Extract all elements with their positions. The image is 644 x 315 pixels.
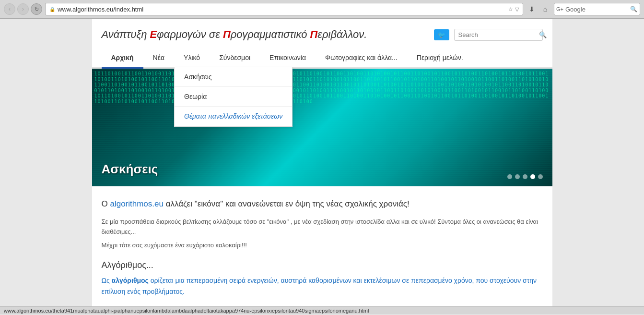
description-1: Σε μία προσπάθεια διαρκούς βελτίωσης αλλ… — [102, 217, 543, 237]
headline-link[interactable]: algorithmos.eu — [110, 199, 164, 208]
twitter-button[interactable]: 🐦 — [434, 29, 449, 40]
slider-dot-3[interactable] — [523, 174, 527, 179]
google-search-button[interactable]: 🔍 — [628, 6, 640, 12]
matrix-numbers: 1011010010110011010011010100101100110100… — [92, 69, 552, 186]
forward-button[interactable]: › — [17, 3, 29, 15]
browser-nav-buttons: ‹ › ↻ — [4, 3, 42, 15]
search-icon[interactable]: 🔍 — [539, 31, 547, 38]
site-search-box[interactable]: 🔍 — [454, 29, 543, 41]
download-button[interactable]: ⬇ — [526, 3, 538, 15]
google-search-bar[interactable]: G+ Google 🔍 — [554, 3, 640, 15]
google-search-input[interactable]: Google — [565, 6, 628, 13]
website-container: Ανάπτυξη Εφαρμογών σε Προγραμματιστικό Π… — [92, 19, 552, 306]
slider-dot-5[interactable] — [538, 174, 543, 179]
star-icon[interactable]: ☆ — [508, 6, 513, 12]
definition-text: ορίζεται μια πεπερασμένη σειρά ενεργειών… — [102, 277, 537, 295]
section-title: Αλγόριθμος... — [102, 260, 543, 270]
dropdown-item-theory[interactable]: Θεωρία — [175, 87, 292, 107]
refresh-button[interactable]: ↻ — [31, 3, 42, 15]
site-title: Ανάπτυξη Εφαρμογών σε Προγραμματιστικό Π… — [102, 28, 367, 41]
definition-bold: αλγόριθμος — [112, 277, 149, 284]
home-button[interactable]: ⌂ — [539, 3, 551, 15]
address-bar-icon: 🔒 — [49, 7, 55, 12]
slider-dot-1[interactable] — [507, 174, 512, 179]
definition-prefix: Ως — [102, 277, 112, 284]
back-button[interactable]: ‹ — [4, 3, 15, 15]
nav-item-news[interactable]: Νέα — [143, 48, 174, 67]
dropdown-item-panelladikes[interactable]: Θέματα πανελλαδικών εξετάσεων — [175, 107, 292, 126]
down-icon[interactable]: ▽ — [515, 6, 519, 12]
headline-prefix: Ο — [102, 199, 110, 208]
google-icon: G+ — [554, 6, 565, 12]
browser-action-buttons: ⬇ ⌂ — [526, 3, 551, 15]
address-bar-actions: ☆ ▽ — [508, 6, 519, 12]
headline-suffix: αλλάζει "εικόνα" και ανανεώνεται εν όψη … — [164, 199, 410, 208]
browser-toolbar: ‹ › ↻ 🔒 www.algorithmos.eu/index.html ☆ … — [0, 0, 644, 18]
navigation-bar: Αρχική Νέα Υλικό Ασκήσεις Θεωρία Θέματα … — [92, 48, 552, 69]
headline: Ο algorithmos.eu αλλάζει "εικόνα" και αν… — [102, 198, 543, 210]
slider-dot-4[interactable] — [530, 174, 535, 179]
site-search-input[interactable] — [458, 31, 539, 38]
hero-image: 1011010010110011010011010100101100110100… — [92, 69, 552, 186]
status-bar: www.algorithmos.eu/theta941mualphataualp… — [0, 306, 644, 315]
browser-chrome: ‹ › ↻ 🔒 www.algorithmos.eu/index.html ☆ … — [0, 0, 644, 19]
slider-dots — [507, 174, 543, 179]
address-bar-text: www.algorithmos.eu/index.html — [58, 6, 508, 13]
definition-link[interactable]: Ως αλγόριθμος ορίζεται μια πεπερασμένη σ… — [102, 277, 537, 295]
nav-item-home[interactable]: Αρχική — [102, 48, 143, 69]
description-2: Μέχρι τότε σας ευχόμαστε ένα ευχάριστο κ… — [102, 241, 543, 251]
dropdown-item-exercises[interactable]: Ασκήσεις — [175, 67, 292, 87]
nav-item-contact[interactable]: Επικοινωνία — [260, 48, 316, 67]
nav-item-links[interactable]: Σύνδεσμοι — [210, 48, 260, 67]
definition: Ως αλγόριθμος ορίζεται μια πεπερασμένη σ… — [102, 275, 543, 297]
title-text: Ανάπτυξη Εφαρμογών σε Προγραμματιστικό Π… — [102, 28, 367, 40]
address-bar[interactable]: 🔒 www.algorithmos.eu/index.html ☆ ▽ — [45, 3, 523, 15]
hero-slider: 1011010010110011010011010100101100110100… — [92, 69, 552, 186]
main-content: Ο algorithmos.eu αλλάζει "εικόνα" και αν… — [92, 198, 552, 306]
nav-item-members[interactable]: Περιοχή μελών. — [407, 48, 473, 67]
hero-caption: Ασκήσεις — [102, 162, 158, 177]
header-right: 🐦 🔍 — [434, 29, 543, 41]
status-bar-text: www.algorithmos.eu/theta941mualphataualp… — [4, 308, 369, 314]
nav-item-photos[interactable]: Φωτογραφίες και άλλα... — [316, 48, 407, 67]
twitter-icon: 🐦 — [438, 31, 445, 38]
site-header: Ανάπτυξη Εφαρμογών σε Προγραμματιστικό Π… — [92, 19, 552, 48]
nav-item-material[interactable]: Υλικό Ασκήσεις Θεωρία Θέματα πανελλαδικώ… — [174, 48, 210, 67]
slider-dot-2[interactable] — [515, 174, 520, 179]
dropdown-menu-material: Ασκήσεις Θεωρία Θέματα πανελλαδικών εξετ… — [174, 67, 293, 127]
